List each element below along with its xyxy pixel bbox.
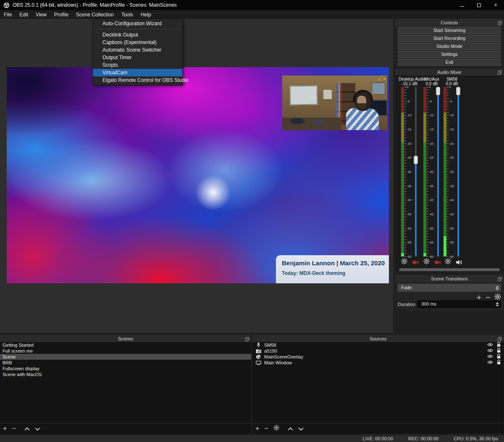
scene-transitions-panel: Scene Transitions Fade + − Duration 300 … [395,275,504,311]
sources-toolbar: + − [252,423,504,434]
select-spinner-icon[interactable] [495,285,499,291]
duration-value: 300 ms [421,301,436,306]
webcam-person-body [346,108,379,130]
webcam-headphones [353,90,373,102]
source-row-main-window[interactable]: Main Window [252,360,504,366]
scene-row-scene-with-macos[interactable]: Scene with MacOS [0,371,251,377]
source-row-mainsceneoverlay[interactable]: MainSceneOverlay [252,354,504,360]
menu-scene-collection[interactable]: Scene Collection [72,10,118,19]
dock-icon [246,337,249,340]
sources-panel-header: Sources [252,335,504,342]
visibility-eye-icon[interactable] [487,343,493,348]
channel-controls-sm58 [445,258,463,266]
duration-spinner-icon[interactable] [495,301,499,307]
move-scene-up-button[interactable] [24,425,30,432]
status-bar: LIVE: 00:00:00 REC: 00:00:00 CPU: 0.5%, … [0,434,504,442]
menu-edit[interactable]: Edit [16,10,32,19]
volume-meter [423,87,426,256]
volume-slider[interactable] [457,87,459,256]
close-button[interactable]: × [487,0,504,10]
mute-toggle-icon[interactable] [456,259,463,265]
start-streaming-button[interactable]: Start Streaming [398,27,501,34]
scene-row-full-screen-me[interactable]: Full screen me [0,348,251,354]
menu-file[interactable]: File [0,10,16,19]
menu-item-captions[interactable]: Captions (Experimental) [93,39,182,46]
settings-button[interactable]: Settings [398,51,501,58]
mixer-channel-controls [395,258,504,267]
lock-icon[interactable] [496,359,501,366]
meter-ticks [427,87,428,256]
scenes-panel: Scenes Getting Started Full screen me Sc… [0,335,251,434]
dock-icon [499,21,501,24]
minimize-button[interactable] [454,0,470,10]
visibility-eye-icon[interactable] [487,360,493,365]
source-row-a5100[interactable]: a5100 [252,348,504,354]
move-source-up-button[interactable] [288,425,293,432]
menu-tools[interactable]: Tools [118,10,137,19]
start-recording-button[interactable]: Start Recording [398,35,501,42]
audio-mixer-title: Audio Mixer [437,70,462,75]
mixer-scrollbar[interactable] [397,268,502,271]
move-scene-down-button[interactable] [35,425,40,432]
maximize-icon [477,3,481,7]
scrollbar-thumb[interactable] [399,268,500,271]
source-properties-gear-icon[interactable] [273,425,279,432]
dock-icon [499,337,501,340]
source-row-sm58[interactable]: SM58 [252,342,504,348]
mute-toggle-icon[interactable] [434,259,441,265]
visibility-eye-icon[interactable] [487,348,493,353]
scene-row-brb[interactable]: BRB [0,360,251,366]
maximize-button[interactable] [470,0,487,10]
channel-level: 0.0 dB [441,81,463,86]
gear-icon[interactable] [445,258,451,266]
menu-separator [93,29,182,29]
meter-active-level [444,236,446,256]
mute-toggle-icon[interactable] [412,259,419,265]
sources-panel: Sources SM58 a5100 [252,335,504,434]
controls-panel-header: Controls [395,19,504,26]
menu-view[interactable]: View [32,10,50,19]
meter-ticks [447,87,449,256]
slider-handle[interactable] [456,87,460,95]
studio-mode-button[interactable]: Studio Mode [398,43,501,50]
live-time: LIVE: 00:00:00 [362,436,393,441]
scenes-toolbar: + − [0,423,251,434]
duration-spinbox[interactable]: 300 ms [417,300,501,308]
move-source-down-button[interactable] [298,425,304,432]
channel-name: SM58 [441,77,463,81]
remove-scene-button[interactable]: − [12,425,16,432]
menu-item-virtualcam[interactable]: VirtualCam [93,69,182,76]
scene-row-scene[interactable]: Scene [0,354,251,360]
gear-icon[interactable] [423,258,430,266]
scene-row-getting-started[interactable]: Getting Started [0,342,251,348]
preview-area: Benjamin Lannon | March 25, 2020 Today: … [0,19,393,333]
channel-name: Mic/Aux [421,77,443,81]
webcam-person-beard [357,103,366,109]
menu-item-auto-configuration-wizard[interactable]: Auto-Configuration Wizard [93,20,182,27]
transition-select[interactable]: Fade [398,284,501,292]
volume-slider[interactable] [437,87,439,256]
slider-handle[interactable] [414,156,418,164]
menu-item-automatic-scene-switcher[interactable]: Automatic Scene Switcher [93,46,182,54]
menu-item-elgato-remote-control[interactable]: Elgato Remote Control for OBS Studio [93,76,182,84]
add-source-button[interactable]: + [255,425,259,432]
add-scene-button[interactable]: + [3,425,7,432]
meter-active-level [401,253,404,256]
controls-panel-title: Controls [441,20,458,25]
channel-level: 0.0 dB [421,81,443,86]
menu-item-scripts[interactable]: Scripts [93,61,182,69]
menu-item-decklink-output[interactable]: Decklink Output [93,31,182,39]
menu-profile[interactable]: Profile [50,10,72,19]
visibility-eye-icon[interactable] [487,354,493,359]
scene-row-fullscreen-display[interactable]: Fullscreen display [0,366,251,371]
slider-handle[interactable] [436,87,440,95]
scene-transitions-title: Scene Transitions [431,276,467,281]
volume-slider[interactable] [415,87,417,256]
preview-canvas[interactable]: Benjamin Lannon | March 25, 2020 Today: … [7,67,389,283]
menu-help[interactable]: Help [137,10,155,19]
menu-item-output-timer[interactable]: Output Timer [93,54,182,61]
exit-button[interactable]: Exit [398,59,501,66]
remove-source-button[interactable]: − [264,425,268,432]
window-icon [255,361,262,365]
gear-icon[interactable] [401,258,407,266]
